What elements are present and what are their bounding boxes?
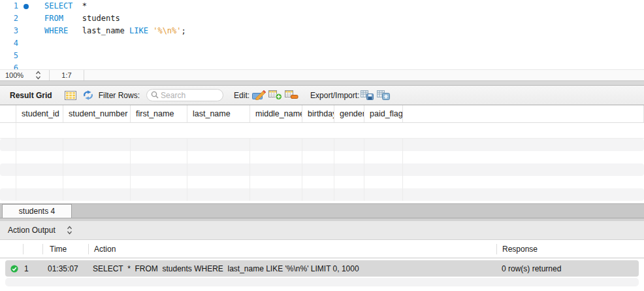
export-import-label: Export/Import: (310, 91, 359, 100)
index-column-header (23, 244, 42, 254)
grid-header-row: student_idstudent_numberfirst_namelast_n… (0, 105, 644, 123)
time-column-header[interactable]: Time (42, 244, 88, 254)
status-divider (84, 70, 84, 80)
grid-row-filler (403, 188, 644, 201)
action-row-time: 01:35:07 (42, 264, 88, 273)
zoom-stepper[interactable] (35, 71, 41, 80)
column-header-student_id[interactable]: student_id (16, 105, 63, 122)
column-header-label: last_name (193, 109, 231, 118)
grid-empty-row (0, 188, 644, 201)
line-number: 5 (0, 50, 18, 62)
grid-empty-cell (302, 163, 334, 176)
edit-label: Edit: (234, 91, 250, 100)
grid-row-filler (403, 176, 644, 188)
grid-empty-cell (16, 176, 63, 188)
action-row-stripe (5, 278, 639, 286)
add-row-icon[interactable] (268, 90, 282, 100)
cursor-position: 1:7 (50, 71, 84, 79)
grid-empty-row (0, 163, 644, 176)
code-text: FROM students (44, 12, 120, 25)
grid-empty-cell (187, 163, 250, 176)
editor-line[interactable]: 2FROM students (0, 12, 644, 25)
response-column-header[interactable]: Response (496, 244, 644, 254)
column-header-label: gender (340, 109, 364, 118)
code-token: SELECT (44, 1, 72, 10)
column-header-label: student_number (69, 109, 127, 118)
refresh-icon[interactable] (83, 90, 93, 100)
column-header-last_name[interactable]: last_name (187, 105, 250, 122)
code-token: ; (182, 26, 186, 35)
panel-divider[interactable] (0, 80, 644, 86)
result-grid: student_idstudent_numberfirst_namelast_n… (0, 105, 644, 203)
mysql-workbench-result-panel: 1SELECT *2FROM students3WHERE last_name … (0, 0, 644, 291)
export-icon[interactable] (361, 90, 374, 100)
grid-empty-cell (302, 139, 334, 151)
column-header-paid_flag[interactable]: paid_flag (364, 105, 403, 122)
editor-line[interactable]: 1SELECT * (0, 0, 644, 12)
tab-label: students 4 (19, 207, 55, 216)
row-select-gutter (0, 163, 16, 176)
filter-rows-label: Filter Rows: (99, 91, 140, 100)
column-header-middle_name[interactable]: middle_name (250, 105, 302, 122)
delete-row-icon[interactable] (285, 90, 298, 100)
action-output-selector[interactable] (67, 226, 72, 235)
action-output-row[interactable]: 101:35:07SELECT * FROM students WHERE la… (5, 260, 639, 277)
grid-row-filler (403, 139, 644, 151)
grid-empty-cell (63, 139, 131, 151)
grid-empty-cell (63, 176, 131, 188)
grid-empty-cell (131, 163, 187, 176)
grid-empty-cell (334, 151, 364, 163)
grid-empty-cell (63, 188, 131, 201)
editor-line[interactable]: 5 (0, 50, 644, 62)
grid-row-filler (16, 123, 644, 138)
code-token: WHERE (44, 26, 68, 35)
column-header-student_number[interactable]: student_number (63, 105, 131, 122)
search-input[interactable] (159, 90, 219, 101)
grid-empty-cell (334, 139, 364, 151)
line-number: 4 (0, 37, 18, 50)
grid-empty-cell (250, 139, 302, 151)
column-header-birthday[interactable]: birthday (302, 105, 334, 122)
grid-data-row[interactable] (0, 123, 644, 139)
action-column-header[interactable]: Action (88, 244, 496, 254)
grid-empty-cell (364, 151, 403, 163)
sql-editor[interactable]: 1SELECT *2FROM students3WHERE last_name … (0, 0, 644, 69)
import-icon[interactable] (377, 90, 390, 100)
grid-empty-cell (187, 176, 250, 188)
edit-pencil-icon[interactable] (252, 90, 266, 100)
grid-empty-cell (16, 188, 63, 201)
tab-students-4[interactable]: students 4 (2, 204, 72, 218)
action-output-list: 101:35:07SELECT * FROM students WHERE la… (0, 258, 644, 291)
gutter-marker (18, 12, 44, 25)
column-header-first_name[interactable]: first_name (131, 105, 187, 122)
row-select-gutter (0, 151, 16, 163)
code-token: last_name (68, 26, 129, 35)
column-header-gender[interactable]: gender (334, 105, 364, 122)
grid-row-filler (403, 163, 644, 176)
code-token: * (72, 1, 87, 10)
grid-empty-cell (63, 163, 131, 176)
grid-empty-cell (16, 139, 63, 151)
result-tab-bar: students 4 (0, 203, 644, 218)
grid-empty-cell (302, 151, 334, 163)
action-row-index: 1 (23, 264, 42, 273)
line-number: 1 (0, 0, 18, 12)
line-number: 3 (0, 25, 18, 37)
grid-empty-cell (334, 188, 364, 201)
grid-empty-cell (187, 151, 250, 163)
gutter-marker (18, 25, 44, 37)
grid-header-filler (403, 105, 644, 122)
grid-empty-cell (302, 188, 334, 201)
grid-row-filler (403, 151, 644, 163)
gutter-marker (18, 50, 44, 62)
row-select-gutter (0, 188, 16, 201)
editor-line[interactable]: 4 (0, 37, 644, 50)
editor-line[interactable]: 6 (0, 62, 644, 69)
row-select-gutter (0, 176, 16, 188)
code-text: WHERE last_name LIKE '%\n%'; (44, 25, 186, 37)
row-select-gutter[interactable] (0, 123, 16, 138)
row-select-gutter[interactable] (0, 105, 16, 122)
editor-line[interactable]: 3WHERE last_name LIKE '%\n%'; (0, 25, 644, 37)
stepper-icon (35, 71, 41, 80)
search-box[interactable] (146, 89, 223, 101)
